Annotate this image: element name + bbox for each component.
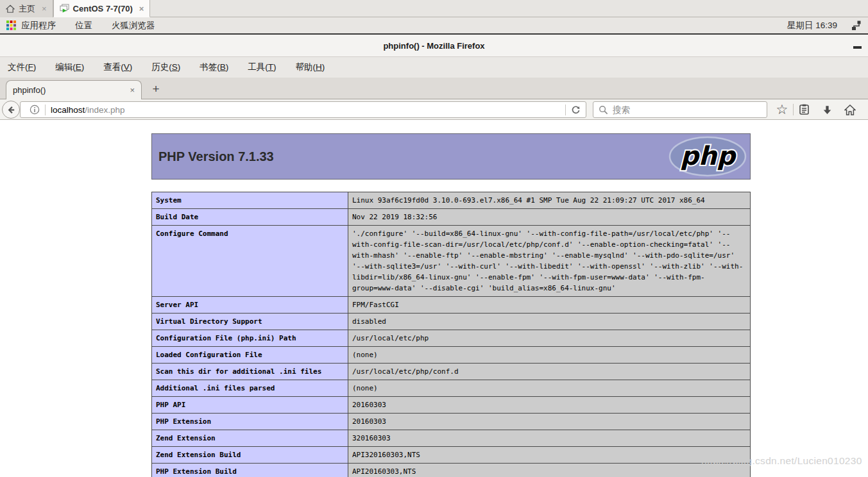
menu-help[interactable]: 帮助(H)	[296, 62, 325, 73]
window-title: phpinfo() - Mozilla Firefox	[383, 41, 484, 51]
browser-viewport: PHP Version 7.1.33 php SystemLinux 93af6…	[0, 120, 868, 477]
applications-icon	[6, 21, 16, 30]
menu-file[interactable]: 文件(F)	[8, 62, 36, 73]
vm-tab-label: 主页	[19, 3, 35, 15]
home-tab-icon	[6, 4, 15, 13]
tab-title: phpinfo()	[13, 85, 46, 95]
close-icon[interactable]: ×	[139, 4, 144, 13]
network-icon[interactable]	[851, 21, 862, 30]
firefox-menubar: 文件(F) 编辑(E) 查看(V) 历史(S) 书签(B) 工具(T) 帮助(H…	[0, 57, 868, 78]
places-menu[interactable]: 位置	[75, 20, 92, 31]
php-logo: php	[668, 136, 747, 177]
url-host: localhost	[51, 105, 85, 115]
menu-tools[interactable]: 工具(T)	[248, 62, 276, 73]
vm-tab-label: CentOS 7-7(70)	[73, 4, 133, 13]
firefox-titlebar[interactable]: phpinfo() - Mozilla Firefox	[0, 35, 868, 57]
menu-view[interactable]: 查看(V)	[103, 62, 132, 73]
new-tab-button[interactable]: +	[148, 81, 164, 97]
table-row: PHP API20160303	[152, 397, 751, 414]
browser-tab-phpinfo[interactable]: phpinfo() ×	[6, 80, 142, 99]
menu-bookmarks[interactable]: 书签(B)	[200, 62, 228, 73]
menu-history[interactable]: 历史(S)	[151, 62, 180, 73]
url-path: /index.php	[85, 105, 124, 115]
back-arrow-icon	[6, 105, 16, 115]
watermark: https://blog.csdn.net/Lucien010230	[701, 455, 862, 467]
phpinfo-table: SystemLinux 93af6c19fd0d 3.10.0-693.el7.…	[151, 192, 751, 477]
urlbar-separator	[45, 105, 46, 115]
firefox-appmenu[interactable]: 火狐浏览器	[112, 20, 155, 31]
table-row: Configuration File (php.ini) Path/usr/lo…	[152, 330, 751, 347]
table-row: Loaded Configuration File(none)	[152, 347, 751, 364]
firefox-tabstrip: phpinfo() × +	[0, 78, 868, 99]
table-row: PHP Extension BuildAPI20160303,NTS	[152, 464, 751, 477]
table-row: Virtual Directory Supportdisabled	[152, 314, 751, 330]
home-icon[interactable]	[842, 102, 858, 117]
table-row: SystemLinux 93af6c19fd0d 3.10.0-693.el7.…	[152, 192, 751, 209]
downloads-icon[interactable]	[819, 102, 835, 117]
navbar-separator	[793, 104, 794, 115]
site-info-icon[interactable]	[30, 105, 40, 115]
menu-edit[interactable]: 编辑(E)	[55, 62, 84, 73]
reload-icon	[571, 105, 581, 115]
table-row: Build DateNov 22 2019 18:32:56	[152, 209, 751, 226]
table-row: Server APIFPM/FastCGI	[152, 297, 751, 314]
phpinfo-header: PHP Version 7.1.33 php	[151, 133, 751, 180]
vm-tab-home[interactable]: 主页 ×	[0, 0, 53, 17]
table-row: Additional .ini files parsed(none)	[152, 380, 751, 397]
bookmark-star-icon[interactable]: ☆	[774, 102, 790, 117]
search-bar[interactable]	[593, 101, 767, 118]
table-row: PHP Extension20160303	[152, 414, 751, 430]
firefox-navbar: localhost/index.php ☆	[0, 99, 868, 120]
table-row: Zend Extension BuildAPI320160303,NTS	[152, 447, 751, 464]
url-bar[interactable]: localhost/index.php	[20, 101, 586, 118]
gnome-bar-right: 星期日 16:39	[787, 20, 862, 31]
places-menu-label: 位置	[75, 20, 92, 31]
table-row: Scan this dir for additional .ini files/…	[152, 364, 751, 380]
firefox-appmenu-label: 火狐浏览器	[112, 20, 155, 31]
table-row: Zend Extension320160303	[152, 430, 751, 447]
close-icon[interactable]: ×	[130, 85, 135, 95]
search-icon	[599, 105, 608, 115]
svg-text:php: php	[680, 141, 736, 171]
search-input[interactable]	[613, 105, 741, 115]
gnome-top-bar: 应用程序 位置 火狐浏览器 星期日 16:39	[0, 17, 868, 35]
applications-menu[interactable]: 应用程序	[6, 20, 56, 31]
applications-menu-label: 应用程序	[21, 20, 56, 31]
page-title: PHP Version 7.1.33	[152, 149, 274, 164]
vm-running-icon	[60, 4, 69, 13]
bookmarks-menu-icon[interactable]	[796, 102, 812, 117]
table-row: Configure Command'./configure' '--build=…	[152, 226, 751, 297]
clock[interactable]: 星期日 16:39	[787, 20, 837, 31]
window-menu-dash-icon[interactable]	[853, 46, 862, 49]
vm-tab-centos[interactable]: CentOS 7-7(70) ×	[53, 0, 151, 17]
back-button[interactable]	[2, 101, 20, 119]
vm-viewer-tabbar: 主页 × CentOS 7-7(70) ×	[0, 0, 868, 17]
reload-button[interactable]	[560, 105, 581, 115]
close-icon[interactable]: ×	[42, 4, 47, 13]
